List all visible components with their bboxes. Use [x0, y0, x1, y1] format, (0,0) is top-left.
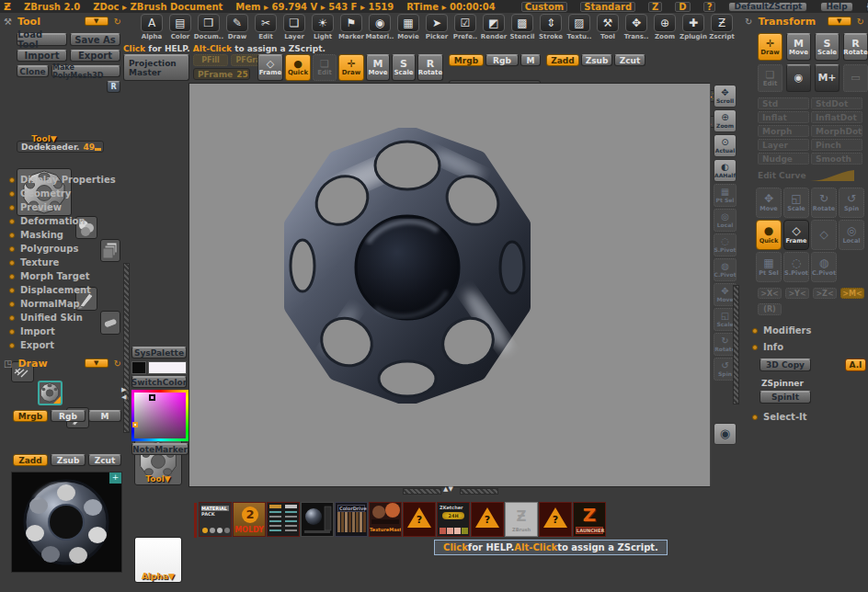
tool-menu-item[interactable]: Displacement	[9, 283, 123, 297]
transform-edit-button[interactable]: M+	[815, 64, 839, 92]
radial-symmetry-button[interactable]: (R)	[758, 303, 782, 315]
transform-edit-button[interactable]: ◉	[786, 64, 811, 92]
canvas-strip-button[interactable]: ▦ Pt Sel	[714, 184, 737, 207]
palette-button[interactable]: ✎ Draw	[223, 14, 251, 45]
palette-button[interactable]: ⚑ Marker	[337, 14, 365, 45]
help-query-button[interactable]: ?	[703, 2, 716, 12]
transform-grid-button[interactable]: ↻ Rotate	[811, 188, 837, 218]
notemarker-button[interactable]: NoteMarker	[131, 443, 188, 455]
edit-curve-control[interactable]: Edit Curve	[758, 169, 864, 182]
pframe-slider[interactable]: PFrame25	[193, 68, 250, 80]
texture-preview-panel[interactable]: +	[11, 472, 122, 573]
sculpt-brush-button[interactable]: Layer	[758, 139, 809, 151]
transform-mode-button[interactable]: M Move	[786, 33, 811, 61]
secondary-color-swatch[interactable]	[131, 361, 146, 374]
edit-mode-button[interactable]: ❏Edit	[313, 54, 337, 81]
tool-menu-item[interactable]: Preview	[9, 200, 123, 214]
transform-edit-button[interactable]: ▭	[843, 64, 868, 92]
recent-tool-dodecahedron-selected[interactable]	[38, 381, 63, 405]
zscript-thumb-texturemaster[interactable]: TextureMaster	[369, 502, 402, 537]
snapshot-camera-button[interactable]: ◉	[714, 423, 737, 445]
zscript-thumb-material-pack[interactable]: MATERIAL PACK	[199, 502, 232, 537]
syspalette-button[interactable]: SysPalette	[131, 347, 187, 359]
zscript-thumb-zketcher[interactable]: ZKetcher 24H	[437, 502, 470, 537]
zoom-plus-button[interactable]: +	[109, 472, 121, 484]
move-mode-button[interactable]: MMove	[366, 54, 390, 81]
palette-button[interactable]: ☑ Prefe..	[451, 14, 479, 45]
tool-menu-item[interactable]: NormalMap	[9, 297, 123, 311]
zscript-thumb-zbrush-gray[interactable]: Ƶ ZBrush	[505, 502, 538, 537]
help-button[interactable]: Help	[820, 2, 852, 12]
tool-menu-item[interactable]: Import	[9, 324, 123, 338]
zsub-button-panel[interactable]: Zsub	[51, 454, 86, 466]
palette-button[interactable]: ▦ Movie	[394, 14, 422, 45]
sculpt-brush-button[interactable]: Morph	[758, 125, 809, 137]
tool-menu-item[interactable]: Texture	[9, 256, 123, 269]
transform-grid-button[interactable]: ↺ Spin	[839, 188, 864, 218]
transform-mode-button[interactable]: ✛ Draw	[758, 33, 782, 61]
tool-menu-item[interactable]: Export	[9, 338, 123, 352]
scale-mode-button[interactable]: SScale	[392, 54, 416, 81]
tool-refresh-icon[interactable]: ↻	[114, 17, 121, 27]
transform-edit-button[interactable]: ❏ Edit	[758, 64, 782, 92]
transform-grid-button[interactable]: ▦ Pt Sel	[756, 252, 782, 282]
axis-button[interactable]: >Y<	[785, 288, 809, 299]
palette-button[interactable]: ⇕ Stroke	[537, 14, 565, 45]
canvas-strip-button[interactable]: ✥ Scroll	[714, 85, 737, 108]
tool-menu-item[interactable]: Geometry	[9, 187, 123, 200]
zscript-thumb-sphere[interactable]	[301, 502, 334, 537]
transform-grid-button[interactable]: ◌ S.Pivot	[783, 252, 809, 282]
sculpt-brush-button[interactable]: StdDot	[811, 97, 862, 109]
sculpt-brush-button[interactable]: MorphDot	[811, 125, 862, 137]
palette-button[interactable]: ⚒ Tool	[594, 14, 622, 45]
canvas-collapse-arrows[interactable]: ▲▼	[443, 485, 453, 493]
sculpt-brush-button[interactable]: Smooth	[811, 153, 862, 165]
palette-button[interactable]: A Alpha	[138, 14, 166, 45]
canvas[interactable]	[188, 83, 711, 487]
palette-button[interactable]: Ƶ Zscript	[708, 14, 736, 45]
left-panel-divider[interactable]	[123, 263, 130, 433]
canvas-strip-button[interactable]: ◌ S.Pivot	[714, 233, 737, 256]
transform-grid-button[interactable]: ◇ Frame	[783, 220, 809, 250]
rotate-mode-button[interactable]: RRotate	[417, 54, 443, 81]
zsub-button[interactable]: Zsub	[581, 54, 612, 66]
palette-button[interactable]: ⊕ Zoom	[651, 14, 679, 45]
palette-button[interactable]: ✚ Zplugin	[680, 14, 707, 45]
sculpt-brush-button[interactable]: Inflat	[758, 111, 809, 123]
canvas-strip-button[interactable]: ◎ Local	[714, 209, 737, 232]
rgb-button-panel[interactable]: Rgb	[51, 410, 86, 422]
zscript-thumb-colordriver[interactable]: ColorDriver	[335, 502, 368, 537]
color-picker[interactable]	[131, 390, 188, 441]
save-as-button[interactable]: Save As	[70, 33, 120, 46]
palette-button[interactable]: ❏ Layer	[280, 14, 308, 45]
palette-button[interactable]: ▩ Stencil	[508, 14, 536, 45]
zadd-button-panel[interactable]: Zadd	[13, 454, 48, 466]
palette-button[interactable]: ➤ Picker	[423, 14, 451, 45]
zcut-button[interactable]: Zcut	[614, 54, 645, 66]
canvas-resize-handle-2[interactable]	[460, 488, 498, 495]
transform-mode-button[interactable]: R Rotate	[843, 33, 868, 61]
palette-button[interactable]: ◩ Render	[480, 14, 508, 45]
canvas-resize-handle[interactable]	[403, 488, 441, 495]
canvas-strip-button[interactable]: ⊕ Zoom	[714, 109, 737, 132]
import-button[interactable]: Import	[17, 50, 67, 62]
transform-mode-button[interactable]: S Scale	[815, 33, 839, 61]
default-zscript-button[interactable]: DefaultZScript	[728, 2, 807, 12]
custom-ui-button[interactable]: Custom	[521, 2, 567, 12]
tool-preview-label[interactable]: Tool▼	[17, 134, 72, 143]
tool-menu-item[interactable]: Morph Target	[9, 269, 123, 283]
mrgb-button[interactable]: Mrgb	[449, 54, 484, 66]
palette-button[interactable]: ☀ Light	[309, 14, 337, 45]
palette-button[interactable]: ◉ Materi..	[366, 14, 394, 45]
transform-grid-button[interactable]: ◇	[811, 220, 837, 250]
axis-button[interactable]: >Z<	[813, 288, 837, 299]
divider-arrows[interactable]: ▶◀	[121, 386, 126, 401]
axis-button[interactable]: >X<	[758, 288, 782, 299]
zscript-thumb-moldy[interactable]: 2 MOLDY	[233, 502, 266, 537]
export-button[interactable]: Export	[70, 50, 120, 62]
info-menu-item[interactable]: Info	[752, 340, 783, 354]
zcut-button-panel[interactable]: Zcut	[88, 454, 121, 466]
right-panel-divider[interactable]	[733, 285, 739, 404]
tray-alpha-thumb[interactable]: Alpha▼	[134, 537, 182, 583]
palette-button[interactable]: ✥ Trans..	[622, 14, 650, 45]
